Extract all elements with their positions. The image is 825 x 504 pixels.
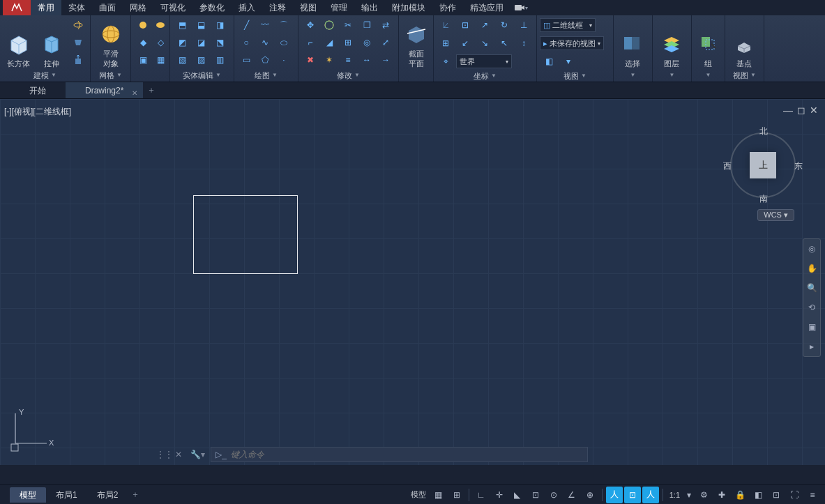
box-button[interactable]: 长方体 (3, 17, 35, 68)
panel-title-coords[interactable]: 坐标▼ (437, 70, 533, 82)
layout-tab-1[interactable]: 布局1 (46, 487, 87, 503)
ucs-select[interactable]: 世界▾ (456, 54, 512, 68)
ucs-btn-5[interactable]: ⊥ (515, 17, 533, 33)
nav-pan-icon[interactable]: ✋ (805, 261, 819, 275)
nav-wheel-icon[interactable]: ◎ (805, 242, 819, 256)
compass-west[interactable]: 西 (723, 160, 732, 172)
extend-button[interactable]: → (377, 52, 395, 68)
view-btn-1[interactable]: ◧ (540, 53, 558, 70)
menu-tab-surface[interactable]: 曲面 (92, 0, 123, 15)
tab-drawing[interactable]: Drawing2*✕ (66, 82, 143, 98)
loft-button[interactable] (69, 34, 87, 51)
point-button[interactable]: · (275, 52, 293, 68)
select-button[interactable]: 选择 (616, 17, 649, 68)
add-tab-button[interactable]: ＋ (143, 82, 160, 98)
nav-zoom-icon[interactable]: 🔍 (805, 281, 819, 295)
line-button[interactable]: ╱ (237, 17, 255, 33)
circle-button[interactable]: ○ (237, 34, 255, 51)
menu-tab-manage[interactable]: 管理 (324, 0, 354, 15)
viewport-minimize-icon[interactable]: — (783, 105, 793, 116)
status-dyn-icon[interactable]: ⊕ (582, 487, 598, 503)
layout-tab-2[interactable]: 布局2 (87, 487, 128, 503)
wireframe-rectangle[interactable] (193, 195, 298, 274)
ucs-btn-8[interactable]: ↘ (476, 35, 494, 52)
rotate3d-button[interactable] (320, 17, 338, 33)
mesh-btn-2[interactable] (151, 17, 169, 33)
ucs-btn-7[interactable]: ↙ (456, 35, 474, 52)
cmd-drag-handle[interactable]: ⋮⋮ ✕ (153, 450, 185, 459)
polyline-button[interactable]: 〰 (256, 17, 274, 33)
status-osnap-icon[interactable]: ⊡ (527, 487, 544, 503)
menu-tab-featured[interactable]: 精选应用 (463, 0, 510, 15)
trim-button[interactable]: ✂ (339, 17, 357, 33)
solidedit-9[interactable]: ▥ (211, 52, 229, 68)
command-input[interactable] (231, 450, 583, 459)
status-snap-icon[interactable]: ⊞ (448, 487, 465, 503)
array-button[interactable]: ⊞ (339, 34, 357, 51)
polygon-button[interactable]: ⬠ (256, 52, 274, 68)
base-button[interactable]: 基点 (728, 17, 760, 68)
mesh-btn-6[interactable]: ▦ (151, 52, 169, 68)
chamfer-button[interactable]: ◢ (320, 34, 338, 51)
nav-showmotion-icon[interactable]: ▣ (805, 320, 819, 334)
smooth-button[interactable]: 平滑 对象 (93, 17, 128, 68)
menu-tab-view[interactable]: 视图 (293, 0, 324, 15)
command-input-wrap[interactable]: ▷_ (211, 447, 588, 462)
status-polar-icon[interactable]: ✛ (491, 487, 508, 503)
status-clean-icon[interactable]: ⛶ (786, 487, 803, 503)
panel-title-view[interactable]: 视图▼ (540, 70, 610, 82)
viewport-close-icon[interactable]: ✕ (810, 105, 818, 116)
nav-expand-icon[interactable]: ▸ (805, 339, 819, 353)
move-button[interactable]: ✥ (301, 17, 319, 33)
menu-camera-icon[interactable]: ▾ (510, 0, 531, 15)
status-otrack-icon[interactable]: ∠ (563, 487, 580, 503)
status-iso-icon[interactable]: ◣ (509, 487, 526, 503)
status-gizmo-icon[interactable]: 人 (642, 487, 659, 503)
layout-tab-model[interactable]: 模型 (10, 487, 46, 503)
status-scale[interactable]: 1:1 (667, 491, 683, 499)
copy-button[interactable]: ❐ (358, 17, 376, 33)
align-button[interactable]: ≡ (339, 52, 357, 68)
subtract-button[interactable]: ⬓ (192, 17, 210, 33)
menu-tab-addins[interactable]: 附加模块 (385, 0, 432, 15)
view-btn-2[interactable]: ▾ (559, 53, 577, 70)
ucs-btn-10[interactable]: ↕ (515, 35, 533, 52)
saved-view-select[interactable]: ▸未保存的视图▾ (540, 36, 604, 50)
ucs-btn-2[interactable]: ⊡ (456, 17, 474, 33)
solidedit-8[interactable]: ▨ (192, 52, 210, 68)
group-button[interactable]: 组 (695, 17, 722, 68)
solidedit-7[interactable]: ▧ (173, 52, 191, 68)
view-cube[interactable]: 上 北 南 东 西 (725, 127, 801, 204)
spline-button[interactable]: ∿ (256, 34, 274, 51)
status-custom-icon[interactable]: ≡ (804, 487, 821, 503)
panel-title-solidedit[interactable]: 实体编辑▼ (173, 69, 231, 82)
menu-tab-output[interactable]: 输出 (354, 0, 385, 15)
menu-tab-mesh[interactable]: 网格 (123, 0, 153, 15)
rectangle-button[interactable]: ▭ (237, 52, 255, 68)
ucs-btn-3[interactable]: ↗ (476, 17, 494, 33)
stretch-button[interactable]: ↔ (358, 52, 376, 68)
ucs-btn-4[interactable]: ↻ (495, 17, 513, 33)
panel-title-mesh[interactable]: 网格▼ (93, 69, 128, 82)
visual-style-select[interactable]: ◫二维线框▾ (540, 18, 596, 32)
mirror-button[interactable]: ⇄ (377, 17, 395, 33)
solidedit-4[interactable]: ◩ (173, 34, 191, 51)
viewcube-top-face[interactable]: 上 (750, 152, 776, 178)
panel-title-draw[interactable]: 绘图▼ (237, 69, 295, 82)
status-hw-icon[interactable]: ⊡ (768, 487, 785, 503)
layers-button[interactable]: 图层 (656, 17, 688, 68)
cmd-recent-icon[interactable]: 🔧▾ (188, 450, 208, 459)
ucs-btn-6[interactable]: ⊞ (437, 35, 455, 52)
status-dynucs-icon[interactable]: 人 (606, 487, 623, 503)
status-ortho-icon[interactable]: ∟ (473, 487, 490, 503)
menu-tab-solid[interactable]: 实体 (61, 0, 92, 15)
menu-tab-home[interactable]: 常用 (31, 0, 61, 15)
status-lock-icon[interactable]: 🔒 (732, 487, 748, 503)
extrude-button[interactable]: 拉伸 (36, 17, 68, 68)
drawing-canvas[interactable]: [-][俯视][二维线框] — ◻ ✕ 上 北 南 东 西 WCS ▾ ◎ ✋ … (0, 99, 825, 465)
intersect-button[interactable]: ◨ (211, 17, 229, 33)
status-model-button[interactable]: 模型 (408, 489, 429, 500)
ucs-btn-1[interactable]: ⟀ (437, 17, 455, 33)
fillet-button[interactable]: ⌐ (301, 34, 319, 51)
app-logo[interactable] (3, 0, 31, 15)
